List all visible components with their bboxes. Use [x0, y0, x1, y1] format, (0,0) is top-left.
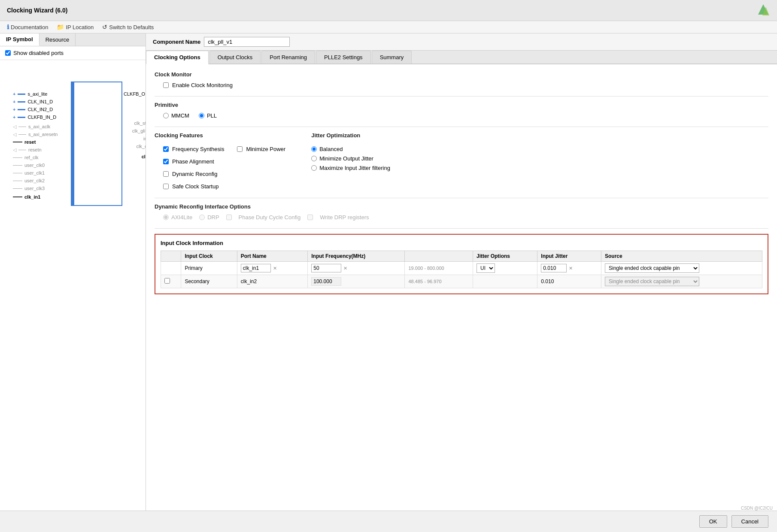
cancel-button[interactable]: Cancel [731, 515, 768, 528]
secondary-source-cell: Single ended clock capable pin Different… [601, 275, 762, 288]
radio-mmcm[interactable] [163, 113, 169, 118]
secondary-frequency-cell [308, 275, 405, 288]
refresh-icon: ↺ [102, 24, 107, 30]
clock-monitor-title: Clock Monitor [155, 71, 768, 78]
radio-minimize-output-jitter[interactable] [311, 156, 317, 161]
jitter-minimize: Minimize Output Jitter [311, 155, 390, 162]
primary-input-jitter-clear[interactable]: ✕ [568, 265, 574, 272]
drci-axi4lite: AXI4Lite [163, 214, 192, 221]
tab-resource[interactable]: Resource [39, 33, 76, 46]
port-user-clk1: user_clk1 [13, 169, 58, 177]
clocking-features-title: Clocking Features [155, 132, 285, 139]
secondary-input-jitter-cell: 0.010 [537, 275, 601, 288]
input-clock-table: Input Clock Port Name Input Frequency(MH… [161, 251, 762, 288]
ip-location-link[interactable]: 📁 IP Location [57, 24, 94, 30]
secondary-port-name-cell: clk_in2 [237, 275, 308, 288]
tab-clocking-options[interactable]: Clocking Options [146, 51, 209, 64]
primary-port-name-input[interactable] [241, 264, 271, 272]
input-clock-section: Input Clock Information Input Clock Port… [155, 234, 768, 294]
port-clk-in2-d: + CLK_IN2_D [13, 106, 58, 113]
port-clkfb-out-d: CLKFB_OUT_D + [124, 90, 146, 98]
enable-clock-monitoring-checkbox[interactable] [163, 82, 169, 88]
drci-drp: DRP [199, 214, 219, 221]
phase-duty-cycle-config-label: Phase Duty Cycle Config [239, 214, 301, 221]
info-icon: ℹ [7, 24, 9, 30]
tab-port-renaming[interactable]: Port Renaming [261, 51, 315, 63]
primary-port-name-cell: ✕ [237, 262, 308, 275]
secondary-frequency-input[interactable] [311, 277, 341, 286]
tab-summary[interactable]: Summary [372, 51, 412, 63]
primary-input-jitter-input[interactable] [541, 264, 567, 272]
primitive-options-row: MMCM PLL [163, 112, 768, 119]
port-s-axi-aclk: ◁ s_axi_aclk [13, 123, 58, 130]
footer: OK Cancel [0, 511, 777, 532]
divider4 [155, 228, 768, 229]
primary-frequency-cell: ✕ [308, 262, 405, 275]
port-clk-out1: clk_out1 [124, 153, 146, 160]
port-reset: reset [13, 138, 58, 146]
left-panel-tabs: IP Symbol Resource [0, 33, 146, 46]
frequency-synthesis-checkbox[interactable] [163, 146, 169, 152]
primary-source-select[interactable]: Single ended clock capable pin Different… [605, 263, 699, 273]
ip-symbol-area: + s_axi_lite + CLK_IN1_D + CLK_IN2_D [0, 60, 146, 523]
dynamic-reconfig-checkbox[interactable] [163, 171, 169, 177]
secondary-source-select[interactable]: Single ended clock capable pin Different… [605, 277, 699, 286]
tab-ip-symbol[interactable]: IP Symbol [0, 33, 39, 46]
component-name-input[interactable] [204, 37, 290, 47]
left-panel: IP Symbol Resource Show disabled ports +… [0, 33, 146, 523]
enable-clock-monitoring-label: Enable Clock Monitoring [172, 82, 233, 88]
radio-balanced[interactable] [311, 146, 317, 152]
toolbar: ℹ Documentation 📁 IP Location ↺ Switch t… [0, 21, 777, 33]
folder-icon: 📁 [57, 24, 64, 30]
dynamic-reconfig-interface-section: Dynamic Reconfig Interface Options AXI4L… [155, 203, 768, 221]
primary-frequency-input[interactable] [311, 264, 341, 272]
documentation-link[interactable]: ℹ Documentation [7, 24, 48, 30]
port-user-clk0: user_clk0 [13, 161, 58, 169]
drp-label: DRP [207, 214, 219, 221]
write-drp-registers-checkbox [307, 215, 313, 220]
tab-plle2-settings[interactable]: PLLE2 Settings [316, 51, 371, 63]
radio-maximize-input-jitter[interactable] [311, 165, 317, 171]
primary-jitter-options-select[interactable]: UI ps [477, 263, 495, 273]
safe-clock-startup-checkbox[interactable] [163, 184, 169, 189]
col-checkbox [161, 251, 181, 262]
input-clock-title: Input Clock Information [161, 240, 762, 246]
port-user-clk2: user_clk2 [13, 177, 58, 184]
primary-jitter-options-cell: UI ps [473, 262, 537, 275]
primary-port-name-clear[interactable]: ✕ [272, 265, 278, 272]
primitive-section: Primitive MMCM PLL [155, 102, 768, 119]
primary-frequency-clear[interactable]: ✕ [342, 265, 349, 272]
primary-range: 19.000 - 800.000 [408, 266, 444, 271]
safe-clock-startup-row: Safe Clock Startup [163, 183, 285, 190]
enable-clock-monitoring-row: Enable Clock Monitoring [163, 82, 768, 88]
phase-alignment-row: Phase Alignment [163, 158, 285, 165]
phase-alignment-label: Phase Alignment [172, 158, 214, 165]
jitter-maximize: Maximize Input Jitter filtering [311, 165, 390, 171]
primary-source-cell: Single ended clock capable pin Different… [601, 262, 762, 275]
logo-icon [756, 3, 770, 17]
safe-clock-startup-label: Safe Clock Startup [172, 183, 219, 190]
radio-pll[interactable] [199, 113, 204, 118]
table-row: Primary ✕ ✕ [161, 262, 762, 275]
ip-block [71, 82, 122, 206]
pll-label: PLL [207, 112, 217, 119]
secondary-port-name: clk_in2 [241, 278, 257, 284]
radio-axi4lite [163, 215, 169, 220]
port-clk-in1-d: + CLK_IN1_D [13, 98, 58, 106]
secondary-enable-checkbox[interactable] [164, 278, 170, 284]
switch-to-defaults-button[interactable]: ↺ Switch to Defaults [102, 24, 154, 30]
ip-location-label: IP Location [66, 24, 94, 30]
clocking-features-col: Clocking Features Frequency Synthesis Mi… [155, 132, 285, 193]
ok-button[interactable]: OK [699, 515, 727, 528]
primary-range-cell: 19.000 - 800.000 [405, 262, 473, 275]
secondary-range: 48.485 - 96.970 [408, 279, 441, 284]
component-name-label: Component Name [153, 39, 200, 45]
watermark: CSDN @IC2ICU [741, 506, 773, 511]
right-panel: Component Name Clocking Options Output C… [146, 33, 777, 523]
show-disabled-checkbox[interactable] [5, 50, 11, 56]
table-row: Secondary clk_in2 48.485 - 96.970 [161, 275, 762, 288]
tab-output-clocks[interactable]: Output Clocks [209, 51, 261, 63]
primary-input-clock-cell: Primary [181, 262, 237, 275]
phase-alignment-checkbox[interactable] [163, 159, 169, 164]
minimize-power-checkbox[interactable] [237, 146, 243, 152]
